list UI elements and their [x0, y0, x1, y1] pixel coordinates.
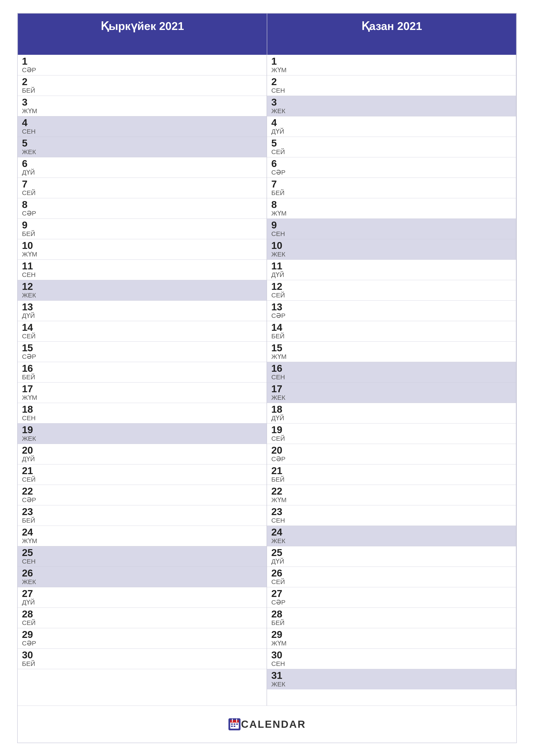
oct-day-11: 11ДҮЙ	[267, 260, 516, 280]
oct-day-number-19: 19	[271, 425, 512, 435]
oct-day-23: 23СЕН	[267, 505, 516, 526]
oct-day-number-24: 24	[271, 527, 512, 537]
oct-day-number-29: 29	[271, 630, 512, 639]
oct-day-name-1: ЖҮМ	[271, 66, 512, 74]
oct-day-10: 10ЖЕК	[267, 239, 516, 260]
sept-day-name-19: ЖЕК	[22, 435, 262, 443]
september-column: 1СӘР2БЕЙ3ЖҮМ4СЕН5ЖЕК6ДҮЙ7СЕЙ8СӘР9БЕЙ10ЖҮ…	[18, 55, 267, 706]
sept-day-3: 3ЖҮМ	[18, 96, 267, 116]
oct-day-25: 25ДҮЙ	[267, 546, 516, 567]
oct-day-28: 28БЕЙ	[267, 608, 516, 628]
oct-day-name-30: СЕН	[271, 660, 512, 668]
sept-day-10: 10ЖҮМ	[18, 239, 267, 260]
sept-day-name-28: СЕЙ	[22, 619, 262, 627]
oct-day-4: 4ДҮЙ	[267, 116, 516, 137]
oct-day-20: 20СӘР	[267, 444, 516, 464]
oct-day-number-23: 23	[271, 507, 512, 517]
oct-day-number-18: 18	[271, 404, 512, 414]
oct-day-name-11: ДҮЙ	[271, 271, 512, 279]
svg-rect-7	[236, 723, 238, 725]
october-header: Қазан 2021	[267, 14, 516, 55]
sept-day-9: 9БЕЙ	[18, 219, 267, 239]
sept-day-name-22: СӘР	[22, 496, 262, 504]
oct-day-9: 9СЕН	[267, 219, 516, 239]
sept-day-number-7: 7	[22, 179, 262, 189]
sept-day-number-30: 30	[22, 650, 262, 660]
oct-day-number-13: 13	[271, 302, 512, 312]
oct-day-number-26: 26	[271, 568, 512, 578]
oct-day-number-31: 31	[271, 670, 512, 680]
oct-day-number-8: 8	[271, 200, 512, 209]
sept-day-27: 27ДҮЙ	[18, 587, 267, 608]
oct-day-number-1: 1	[271, 56, 512, 66]
svg-rect-5	[231, 723, 233, 725]
sept-day-number-9: 9	[22, 220, 262, 230]
sept-day-7: 7СЕЙ	[18, 178, 267, 198]
sept-day-name-8: СӘР	[22, 209, 262, 217]
oct-day-2: 2СЕН	[267, 75, 516, 96]
sept-day-number-19: 19	[22, 425, 262, 435]
sept-day-15: 15СӘР	[18, 341, 267, 362]
sept-day-number-15: 15	[22, 343, 262, 353]
footer-row: CALENDAR	[18, 706, 516, 742]
sept-day-number-18: 18	[22, 404, 262, 414]
sept-day-20: 20ДҮЙ	[18, 444, 267, 464]
oct-day-27: 27СӘР	[267, 587, 516, 608]
oct-day-number-4: 4	[271, 118, 512, 127]
sept-day-name-30: БЕЙ	[22, 660, 262, 668]
sept-day-17: 17ЖҮМ	[18, 383, 267, 403]
sept-day-number-13: 13	[22, 302, 262, 312]
oct-day-name-22: ЖҮМ	[271, 496, 512, 504]
sept-day-name-5: ЖЕК	[22, 148, 262, 156]
sept-day-21: 21СЕЙ	[18, 464, 267, 485]
sept-day-number-24: 24	[22, 527, 262, 537]
sept-day-name-2: БЕЙ	[22, 87, 262, 94]
oct-day-name-31: ЖЕК	[271, 680, 512, 688]
sept-day-name-26: ЖЕК	[22, 578, 262, 586]
oct-day-number-15: 15	[271, 343, 512, 353]
oct-day-name-21: БЕЙ	[271, 475, 512, 483]
oct-day-name-16: СЕН	[271, 373, 512, 381]
september-header: Қыркүйек 2021	[18, 14, 267, 55]
sept-day-14: 14СЕЙ	[18, 321, 267, 341]
sept-day-19: 19ЖЕК	[18, 423, 267, 444]
oct-day-name-28: БЕЙ	[271, 619, 512, 627]
sept-day-number-27: 27	[22, 588, 262, 599]
oct-day-6: 6СӘР	[267, 157, 516, 178]
sept-day-name-7: СЕЙ	[22, 189, 262, 197]
oct-day-number-2: 2	[271, 77, 512, 87]
sept-day-2: 2БЕЙ	[18, 75, 267, 96]
oct-day-number-16: 16	[271, 363, 512, 373]
sept-day-number-10: 10	[22, 240, 262, 251]
oct-day-22: 22ЖҮМ	[267, 485, 516, 505]
sept-day-number-17: 17	[22, 384, 262, 394]
oct-day-number-21: 21	[271, 466, 512, 475]
oct-day-name-4: ДҮЙ	[271, 127, 512, 135]
sept-day-28: 28СЕЙ	[18, 608, 267, 628]
oct-day-name-2: СЕН	[271, 87, 512, 94]
sept-day-name-18: СЕН	[22, 414, 262, 422]
sept-day-name-20: ДҮЙ	[22, 455, 262, 463]
sept-day-24: 24ЖҮМ	[18, 526, 267, 546]
sept-day-name-9: БЕЙ	[22, 230, 262, 238]
oct-day-number-17: 17	[271, 384, 512, 394]
oct-day-name-9: СЕН	[271, 230, 512, 238]
sept-day-name-12: ЖЕК	[22, 291, 262, 299]
oct-day-17: 17ЖЕК	[267, 383, 516, 403]
sept-day-name-14: СЕЙ	[22, 332, 262, 340]
sept-day-8: 8СӘР	[18, 198, 267, 219]
sept-day-number-3: 3	[22, 97, 262, 107]
sept-empty-footer-space	[18, 669, 267, 706]
svg-rect-6	[234, 723, 235, 725]
sept-day-name-6: ДҮЙ	[22, 169, 262, 176]
sept-day-number-14: 14	[22, 322, 262, 332]
sept-day-26: 26ЖЕК	[18, 567, 267, 587]
oct-day-name-29: ЖҮМ	[271, 639, 512, 647]
oct-day-name-7: БЕЙ	[271, 189, 512, 197]
sept-day-name-27: ДҮЙ	[22, 599, 262, 606]
sept-day-name-11: СЕН	[22, 271, 262, 279]
oct-day-number-12: 12	[271, 282, 512, 291]
sept-day-number-29: 29	[22, 630, 262, 639]
oct-day-18: 18ДҮЙ	[267, 403, 516, 423]
oct-day-number-28: 28	[271, 609, 512, 619]
